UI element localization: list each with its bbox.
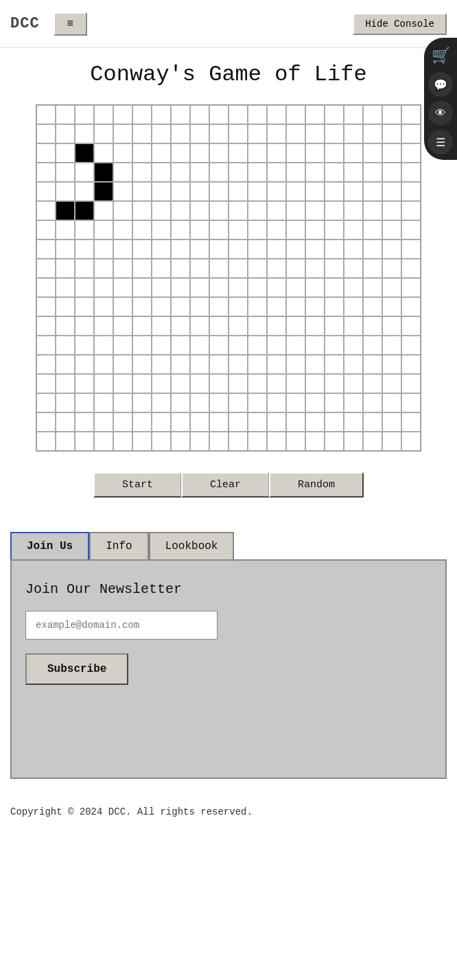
random-button[interactable]: Random <box>269 472 364 498</box>
grid-cell[interactable] <box>248 201 267 220</box>
grid-cell[interactable] <box>382 432 401 451</box>
grid-cell[interactable] <box>132 105 152 124</box>
grid-cell[interactable] <box>305 412 325 432</box>
grid-cell[interactable] <box>382 336 401 355</box>
grid-cell[interactable] <box>75 124 94 143</box>
grid-cell[interactable] <box>56 393 75 412</box>
grid-cell[interactable] <box>286 182 305 201</box>
grid-cell[interactable] <box>152 182 171 201</box>
list-icon-button[interactable]: ☰ <box>428 130 453 154</box>
grid-cell[interactable] <box>113 355 132 374</box>
grid-cell[interactable] <box>132 374 152 393</box>
grid-cell[interactable] <box>56 124 75 143</box>
grid-cell[interactable] <box>190 220 209 240</box>
grid-cell[interactable] <box>401 316 421 336</box>
grid-cell[interactable] <box>152 336 171 355</box>
grid-cell[interactable] <box>94 336 113 355</box>
grid-cell[interactable] <box>75 316 94 336</box>
grid-cell[interactable] <box>325 412 344 432</box>
grid-cell[interactable] <box>190 143 209 163</box>
grid-cell[interactable] <box>56 374 75 393</box>
grid-cell[interactable] <box>401 220 421 240</box>
grid-cell[interactable] <box>171 259 190 278</box>
grid-cell[interactable] <box>305 278 325 297</box>
grid-cell[interactable] <box>56 163 75 182</box>
grid-cell[interactable] <box>344 432 363 451</box>
grid-cell[interactable] <box>94 105 113 124</box>
grid-cell[interactable] <box>325 124 344 143</box>
grid-cell[interactable] <box>152 432 171 451</box>
grid-cell[interactable] <box>36 336 56 355</box>
grid-cell[interactable] <box>56 259 75 278</box>
grid-cell[interactable] <box>94 374 113 393</box>
grid-cell[interactable] <box>248 278 267 297</box>
grid-cell[interactable] <box>36 163 56 182</box>
grid-cell[interactable] <box>132 278 152 297</box>
grid-cell[interactable] <box>382 355 401 374</box>
grid-cell[interactable] <box>228 201 248 220</box>
grid-cell[interactable] <box>152 240 171 259</box>
grid-cell[interactable] <box>344 259 363 278</box>
grid-cell[interactable] <box>56 278 75 297</box>
grid-cell[interactable] <box>401 393 421 412</box>
grid-cell[interactable] <box>36 355 56 374</box>
grid-cell[interactable] <box>286 316 305 336</box>
grid-cell[interactable] <box>305 182 325 201</box>
grid-cell[interactable] <box>248 412 267 432</box>
grid-cell[interactable] <box>248 336 267 355</box>
chat-icon-button[interactable]: 💬 <box>428 72 453 97</box>
grid-cell[interactable] <box>171 201 190 220</box>
grid-cell[interactable] <box>228 124 248 143</box>
grid-cell[interactable] <box>363 355 382 374</box>
grid-cell[interactable] <box>401 143 421 163</box>
grid-cell[interactable] <box>267 124 286 143</box>
grid-cell[interactable] <box>75 412 94 432</box>
grid-cell[interactable] <box>267 316 286 336</box>
grid-cell[interactable] <box>305 240 325 259</box>
grid-cell[interactable] <box>286 220 305 240</box>
grid-cell[interactable] <box>344 124 363 143</box>
grid-cell[interactable] <box>248 432 267 451</box>
grid-cell[interactable] <box>248 124 267 143</box>
grid-cell[interactable] <box>305 259 325 278</box>
grid-cell[interactable] <box>190 201 209 220</box>
grid-cell[interactable] <box>228 143 248 163</box>
start-button[interactable]: Start <box>93 472 181 498</box>
grid-cell[interactable] <box>382 240 401 259</box>
grid-cell[interactable] <box>305 355 325 374</box>
grid-cell[interactable] <box>132 201 152 220</box>
cart-icon-button[interactable]: 🛒 <box>428 43 453 68</box>
email-input[interactable] <box>25 611 218 640</box>
grid-cell[interactable] <box>344 240 363 259</box>
tab-lookbook[interactable]: Lookbook <box>149 532 235 559</box>
grid-cell[interactable] <box>401 297 421 316</box>
grid-cell[interactable] <box>56 201 75 220</box>
game-grid[interactable] <box>36 104 421 452</box>
grid-cell[interactable] <box>94 240 113 259</box>
grid-cell[interactable] <box>94 412 113 432</box>
grid-cell[interactable] <box>36 220 56 240</box>
grid-cell[interactable] <box>75 163 94 182</box>
grid-cell[interactable] <box>267 336 286 355</box>
grid-cell[interactable] <box>209 374 228 393</box>
grid-cell[interactable] <box>152 316 171 336</box>
grid-cell[interactable] <box>56 336 75 355</box>
grid-cell[interactable] <box>382 182 401 201</box>
grid-cell[interactable] <box>286 432 305 451</box>
grid-cell[interactable] <box>36 278 56 297</box>
grid-cell[interactable] <box>228 316 248 336</box>
grid-cell[interactable] <box>363 412 382 432</box>
grid-cell[interactable] <box>305 201 325 220</box>
grid-cell[interactable] <box>325 355 344 374</box>
grid-cell[interactable] <box>152 259 171 278</box>
grid-cell[interactable] <box>190 259 209 278</box>
grid-cell[interactable] <box>75 105 94 124</box>
grid-cell[interactable] <box>325 201 344 220</box>
grid-cell[interactable] <box>401 124 421 143</box>
grid-cell[interactable] <box>305 432 325 451</box>
grid-cell[interactable] <box>171 143 190 163</box>
grid-cell[interactable] <box>132 163 152 182</box>
grid-cell[interactable] <box>113 316 132 336</box>
grid-cell[interactable] <box>344 143 363 163</box>
grid-cell[interactable] <box>132 355 152 374</box>
